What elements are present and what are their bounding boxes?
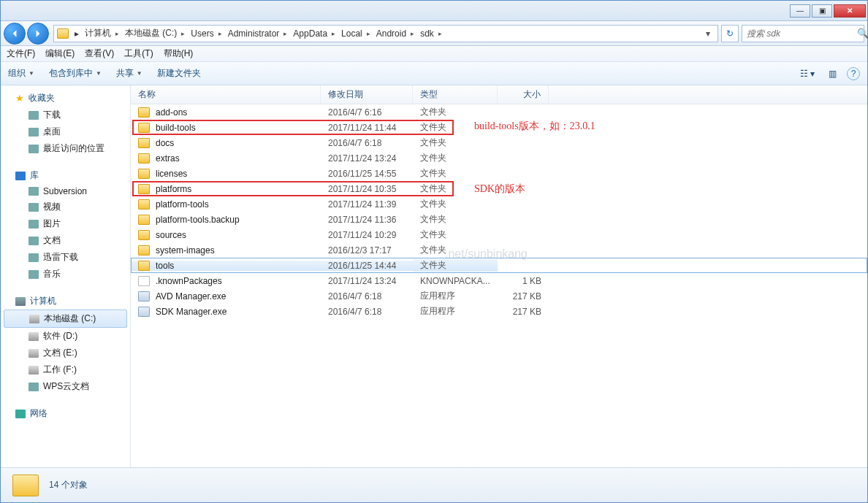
minimize-button[interactable]: — — [790, 4, 810, 18]
help-button[interactable]: ? — [847, 67, 860, 80]
drive-icon — [28, 366, 39, 375]
sidebar-item-drive-d[interactable]: 软件 (D:) — [1, 328, 130, 345]
search-box[interactable]: 🔍 — [742, 25, 864, 42]
share-button[interactable]: 共享▼ — [116, 67, 142, 80]
file-size: 217 KB — [498, 291, 549, 302]
maximize-button[interactable]: ▣ — [812, 4, 832, 18]
folder-icon — [138, 153, 150, 164]
col-type[interactable]: 类型 — [413, 85, 498, 104]
sidebar-item-subversion[interactable]: Subversion — [1, 184, 130, 199]
annotation-text: build-tools版本，如：23.0.1 — [474, 120, 595, 133]
breadcrumb-dropdown[interactable]: ▾ — [701, 28, 715, 39]
new-folder-button[interactable]: 新建文件夹 — [157, 67, 201, 80]
folder-icon — [138, 199, 150, 210]
drive-icon — [28, 332, 39, 341]
sidebar-group-favorites: ★收藏夹 下载 桌面 最近访问的位置 — [1, 90, 130, 157]
file-name: system-images — [156, 245, 215, 256]
sidebar-item-wps-cloud[interactable]: WPS云文档 — [1, 378, 130, 395]
breadcrumb-segment[interactable]: Administrator▸ — [225, 28, 291, 39]
file-date: 2016/12/3 17:17 — [321, 245, 413, 256]
file-row[interactable]: sources2017/11/24 10:29文件夹 — [131, 227, 867, 242]
breadcrumb-segment[interactable]: 本地磁盘 (C:)▸ — [122, 27, 188, 39]
library-icon — [15, 172, 26, 180]
file-date: 2017/11/24 13:24 — [321, 153, 413, 164]
sidebar-head-favorites[interactable]: ★收藏夹 — [1, 90, 130, 107]
network-icon — [15, 410, 26, 418]
file-size: 1 KB — [498, 276, 549, 286]
breadcrumb-segment[interactable]: Android▸ — [373, 28, 417, 39]
view-options-button[interactable]: ☷ ▾ — [797, 66, 818, 82]
breadcrumb-segment[interactable]: AppData▸ — [290, 28, 338, 39]
sidebar-head-computer[interactable]: 计算机 — [1, 293, 130, 310]
menu-help[interactable]: 帮助(H) — [164, 47, 194, 60]
file-date: 2017/11/24 11:44 — [321, 123, 413, 133]
content: 名称 修改日期 类型 大小 build-tools版本，如：23.0.1 SDK… — [131, 85, 867, 467]
file-row[interactable]: AVD Manager.exe2016/4/7 6:18应用程序217 KB — [131, 288, 867, 304]
file-name: build-tools — [156, 123, 196, 133]
sidebar-item-drive-e[interactable]: 文档 (E:) — [1, 345, 130, 361]
file-row[interactable]: docs2016/4/7 6:18文件夹 — [131, 135, 867, 150]
sidebar-head-network[interactable]: 网络 — [1, 405, 130, 422]
include-in-library-button[interactable]: 包含到库中▼ — [49, 67, 102, 80]
breadcrumb[interactable]: ▸ 计算机▸ 本地磁盘 (C:)▸ Users▸ Administrator▸ … — [53, 25, 718, 42]
toolbar: 组织▼ 包含到库中▼ 共享▼ 新建文件夹 ☷ ▾ ▥ ? — [1, 62, 867, 85]
search-icon[interactable]: 🔍 — [857, 28, 868, 39]
menu-file[interactable]: 文件(F) — [7, 47, 35, 60]
sidebar: ★收藏夹 下载 桌面 最近访问的位置 库 Subversion 视频 图片 文档… — [1, 85, 131, 467]
file-row[interactable]: .knownPackages2017/11/24 13:24KNOWNPACKA… — [131, 273, 867, 288]
sidebar-item-drive-c[interactable]: 本地磁盘 (C:) — [4, 310, 127, 328]
folder-icon — [138, 107, 150, 118]
preview-pane-button[interactable]: ▥ — [822, 66, 842, 82]
back-button[interactable] — [4, 23, 26, 45]
explorer-window: — ▣ ✕ ▸ 计算机▸ 本地磁盘 (C:)▸ Users▸ Administr… — [0, 0, 868, 503]
file-row[interactable]: platform-tools2017/11/24 11:39文件夹 — [131, 196, 867, 212]
menu-tools[interactable]: 工具(T) — [124, 47, 153, 60]
breadcrumb-segment[interactable]: sdk▸ — [417, 28, 445, 39]
sidebar-item-thunder[interactable]: 迅雷下载 — [1, 249, 130, 266]
folder-icon — [138, 123, 150, 133]
file-date: 2017/11/24 10:35 — [321, 184, 413, 194]
file-row[interactable]: platform-tools.backup2017/11/24 11:36文件夹 — [131, 212, 867, 227]
refresh-button[interactable]: ↻ — [721, 25, 739, 42]
breadcrumb-segment[interactable]: Users▸ — [188, 28, 224, 39]
sidebar-item-drive-f[interactable]: 工作 (F:) — [1, 361, 130, 378]
file-row[interactable]: tools2016/11/25 14:44文件夹 — [131, 258, 867, 273]
search-input[interactable] — [747, 28, 857, 39]
sidebar-item-desktop[interactable]: 桌面 — [1, 123, 130, 140]
file-name: add-ons — [156, 107, 187, 118]
folder-icon — [12, 475, 39, 496]
col-size[interactable]: 大小 — [498, 85, 549, 104]
menu-view[interactable]: 查看(V) — [85, 47, 114, 60]
file-type: 文件夹 — [413, 244, 498, 256]
statusbar: 14 个对象 — [1, 467, 867, 502]
sidebar-item-pictures[interactable]: 图片 — [1, 215, 130, 232]
file-name: .knownPackages — [156, 276, 222, 286]
file-row[interactable]: add-ons2016/4/7 6:16文件夹 — [131, 104, 867, 120]
picture-icon — [28, 220, 39, 229]
sidebar-item-recent[interactable]: 最近访问的位置 — [1, 140, 130, 157]
sidebar-head-library[interactable]: 库 — [1, 167, 130, 184]
col-date[interactable]: 修改日期 — [321, 85, 413, 104]
desktop-icon — [28, 128, 39, 137]
forward-button[interactable] — [27, 23, 49, 45]
file-list[interactable]: build-tools版本，如：23.0.1 SDK的版本 .net/sunbi… — [131, 104, 867, 467]
breadcrumb-segment[interactable]: Local▸ — [338, 28, 373, 39]
sidebar-item-music[interactable]: 音乐 — [1, 266, 130, 283]
document-icon — [28, 237, 39, 245]
close-button[interactable]: ✕ — [834, 4, 866, 18]
col-name[interactable]: 名称 — [131, 85, 321, 104]
sidebar-item-video[interactable]: 视频 — [1, 199, 130, 215]
drive-icon — [29, 315, 39, 323]
sidebar-item-downloads[interactable]: 下载 — [1, 107, 130, 123]
file-row[interactable]: SDK Manager.exe2016/4/7 6:18应用程序217 KB — [131, 304, 867, 319]
file-row[interactable]: system-images2016/12/3 17:17文件夹 — [131, 242, 867, 258]
menu-edit[interactable]: 编辑(E) — [45, 47, 75, 60]
breadcrumb-segment[interactable]: ▸ — [72, 28, 82, 39]
sidebar-item-documents[interactable]: 文档 — [1, 232, 130, 249]
file-row[interactable]: extras2017/11/24 13:24文件夹 — [131, 150, 867, 166]
file-row[interactable]: licenses2016/11/25 14:55文件夹 — [131, 166, 867, 181]
file-name: extras — [156, 153, 180, 164]
folder-icon — [138, 138, 150, 148]
organize-button[interactable]: 组织▼ — [8, 67, 34, 80]
breadcrumb-segment[interactable]: 计算机▸ — [82, 27, 122, 39]
